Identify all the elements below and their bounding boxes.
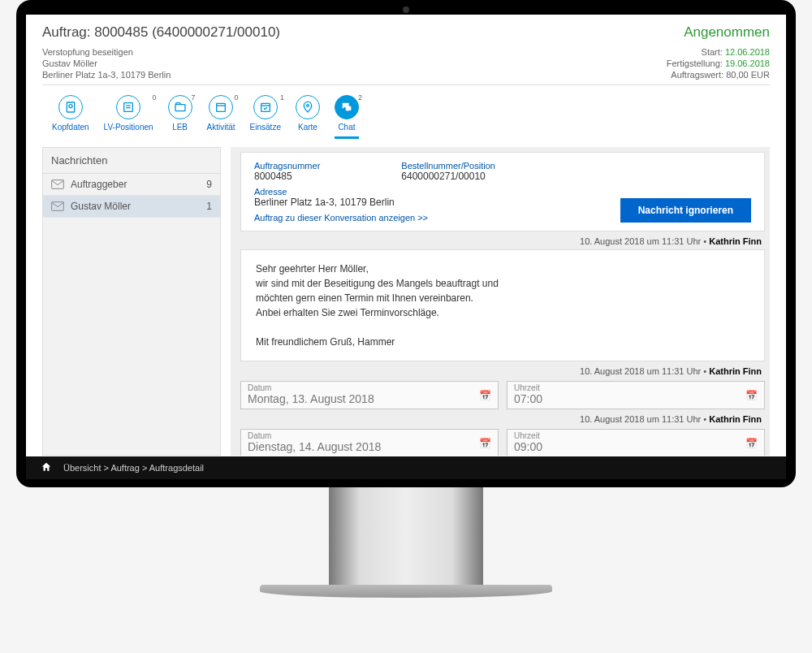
sidebar-item-label: Gustav Möller bbox=[71, 201, 131, 212]
badge: 0 bbox=[235, 93, 239, 102]
end-label: Fertigstellung: bbox=[667, 58, 723, 68]
tab-chat[interactable]: 2 Chat bbox=[335, 95, 359, 139]
calendar-icon bbox=[209, 95, 233, 119]
envelope-icon bbox=[51, 179, 64, 189]
time-field[interactable]: Uhrzeit 07:00 📅 bbox=[507, 381, 765, 409]
svg-rect-11 bbox=[52, 180, 64, 189]
breadcrumb-text[interactable]: Übersicht > Auftrag > Auftragsdetail bbox=[63, 463, 204, 473]
folder-icon bbox=[168, 95, 192, 119]
order-num-label: Auftragsnummer bbox=[254, 161, 320, 171]
tab-label: Karte bbox=[298, 123, 317, 132]
sidebar-title: Nachrichten bbox=[43, 148, 220, 174]
date-field[interactable]: Datum Dienstag, 14. August 2018 📅 bbox=[240, 429, 499, 456]
value-label: Auftragswert: bbox=[671, 70, 723, 80]
home-icon[interactable] bbox=[41, 461, 52, 474]
calendar-icon: 📅 bbox=[479, 438, 491, 449]
position-label: Bestellnummer/Position bbox=[401, 161, 495, 171]
tab-aktivitaet[interactable]: 0 Aktivität bbox=[207, 95, 235, 139]
order-desc: Verstopfung beseitigen bbox=[42, 47, 133, 57]
date-label: Datum bbox=[248, 383, 491, 392]
document-icon bbox=[58, 95, 83, 119]
sidebar-item-count: 9 bbox=[206, 179, 212, 190]
svg-rect-8 bbox=[261, 103, 270, 111]
time-label: Uhrzeit bbox=[514, 383, 758, 392]
monitor-base bbox=[260, 585, 552, 598]
date-field[interactable]: Datum Montag, 13. August 2018 📅 bbox=[240, 381, 499, 409]
envelope-icon bbox=[51, 201, 64, 211]
sidebar-item-auftraggeber[interactable]: Auftraggeber 9 bbox=[43, 174, 220, 196]
ignore-button[interactable]: Nachricht ignorieren bbox=[620, 198, 751, 223]
tab-label: Aktivität bbox=[207, 123, 235, 132]
customer-name: Gustav Möller bbox=[42, 58, 97, 68]
svg-point-1 bbox=[69, 105, 72, 108]
date-label: Datum bbox=[248, 431, 491, 440]
calendar-check-icon bbox=[253, 95, 278, 119]
badge: 1 bbox=[280, 93, 284, 102]
sidebar: Nachrichten Auftraggeber 9 Gustav Möller… bbox=[42, 147, 221, 456]
time-value: 07:00 bbox=[514, 392, 758, 405]
tab-label: LV-Positionen bbox=[104, 123, 153, 132]
chat-icon bbox=[335, 95, 359, 119]
badge: 2 bbox=[358, 93, 362, 102]
order-num: 8000485 bbox=[254, 171, 320, 182]
tab-leb[interactable]: 7 LEB bbox=[168, 95, 192, 139]
svg-rect-6 bbox=[217, 103, 226, 111]
badge: 0 bbox=[153, 93, 157, 102]
date-meta: 10. August 2018 um 11:31 Uhr • Kathrin F… bbox=[240, 361, 765, 379]
tab-kopfdaten[interactable]: Kopfdaten bbox=[52, 95, 89, 139]
calendar-icon: 📅 bbox=[745, 438, 758, 449]
camera-dot bbox=[403, 6, 409, 13]
svg-point-10 bbox=[307, 105, 309, 107]
time-value: 09:00 bbox=[514, 440, 758, 453]
tab-label: LEB bbox=[172, 123, 188, 132]
tab-label: Kopfdaten bbox=[52, 123, 89, 132]
tab-lv-positionen[interactable]: 0 LV-Positionen bbox=[104, 95, 153, 139]
end-date: 19.06.2018 bbox=[725, 58, 770, 68]
divider bbox=[42, 84, 770, 85]
sidebar-item-label: Auftraggeber bbox=[71, 179, 127, 190]
tab-label: Chat bbox=[338, 123, 355, 132]
customer-address: Berliner Platz 1a-3, 10179 Berlin bbox=[42, 70, 171, 80]
svg-rect-5 bbox=[175, 105, 185, 111]
svg-rect-12 bbox=[52, 202, 64, 211]
order-value: 80,00 EUR bbox=[726, 70, 770, 80]
start-date: 12.06.2018 bbox=[725, 47, 770, 57]
address-label: Adresse bbox=[254, 187, 751, 197]
page-title: Auftrag: 8000485 (6400000271/00010) bbox=[42, 24, 280, 41]
sidebar-item-count: 1 bbox=[206, 201, 212, 212]
status-badge: Angenommen bbox=[684, 24, 770, 41]
tab-bar: Kopfdaten 0 LV-Positionen 7 LEB 0 bbox=[42, 92, 770, 139]
tab-karte[interactable]: Karte bbox=[296, 95, 320, 139]
date-value: Dienstag, 14. August 2018 bbox=[248, 440, 491, 453]
tab-einsaetze[interactable]: 1 Einsätze bbox=[250, 95, 281, 139]
breadcrumb: Übersicht > Auftrag > Auftragsdetail bbox=[26, 456, 786, 479]
tab-label: Einsätze bbox=[250, 123, 281, 132]
message-body: Sehr geehrter Herr Möller, wir sind mit … bbox=[240, 249, 765, 361]
calendar-icon: 📅 bbox=[479, 390, 491, 401]
date-value: Montag, 13. August 2018 bbox=[248, 392, 491, 405]
main-panel: Auftragsnummer 8000485 Bestellnummer/Pos… bbox=[231, 147, 770, 456]
sidebar-item-gustav[interactable]: Gustav Möller 1 bbox=[43, 196, 220, 218]
date-meta: 10. August 2018 um 11:31 Uhr • Kathrin F… bbox=[240, 409, 765, 427]
message-meta: 10. August 2018 um 11:31 Uhr • Kathrin F… bbox=[240, 231, 765, 249]
start-label: Start: bbox=[702, 47, 723, 57]
list-icon bbox=[116, 95, 140, 119]
badge: 7 bbox=[192, 93, 196, 102]
time-field[interactable]: Uhrzeit 09:00 📅 bbox=[507, 429, 765, 456]
info-card: Auftragsnummer 8000485 Bestellnummer/Pos… bbox=[240, 152, 765, 231]
position-value: 6400000271/00010 bbox=[401, 171, 495, 182]
time-label: Uhrzeit bbox=[514, 431, 758, 440]
monitor-stand bbox=[329, 487, 483, 585]
map-pin-icon bbox=[296, 95, 320, 119]
calendar-icon: 📅 bbox=[745, 390, 758, 401]
